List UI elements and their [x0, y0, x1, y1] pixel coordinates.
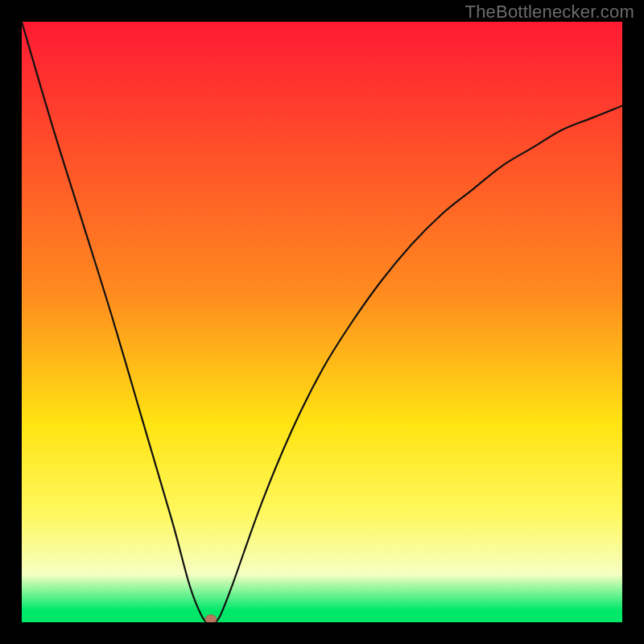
optimal-point — [205, 615, 217, 622]
watermark-text: TheBottlenecker.com — [465, 2, 634, 23]
chart-frame: TheBottlenecker.com — [0, 0, 644, 644]
curve-layer — [22, 22, 622, 622]
bottleneck-curve — [22, 22, 622, 622]
plot-area — [22, 22, 622, 622]
